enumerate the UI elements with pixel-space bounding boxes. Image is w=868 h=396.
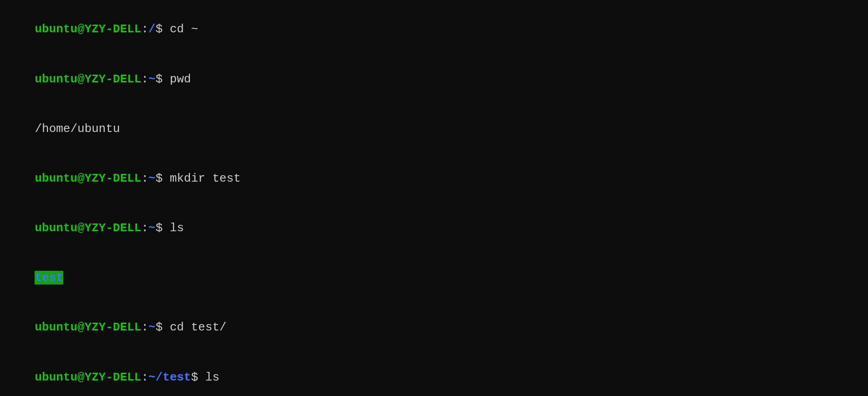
command-text: cd test/ xyxy=(162,320,226,334)
directory-entry: test xyxy=(35,271,63,284)
prompt-dollar: $ xyxy=(156,72,163,86)
prompt-path: / xyxy=(148,22,156,36)
command-text: mkdir test xyxy=(162,172,241,185)
terminal-area[interactable]: ubuntu@YZY-DELL:/$ cd ~ ubuntu@YZY-DELL:… xyxy=(6,5,862,396)
prompt-dollar: $ xyxy=(156,221,163,235)
prompt-path: ~ xyxy=(148,320,156,334)
prompt-path: ~/test xyxy=(148,371,191,384)
output-text: /home/ubuntu xyxy=(35,122,120,136)
prompt-colon: : xyxy=(141,72,148,86)
prompt-colon: : xyxy=(141,22,148,36)
prompt-user-host: ubuntu@YZY-DELL xyxy=(35,371,141,384)
terminal-line: ubuntu@YZY-DELL:/$ cd ~ xyxy=(6,5,862,54)
command-text: ls xyxy=(162,221,184,235)
prompt-user-host: ubuntu@YZY-DELL xyxy=(35,221,141,235)
command-text: pwd xyxy=(162,72,191,86)
prompt-path: ~ xyxy=(148,172,156,185)
prompt-dollar: $ xyxy=(156,22,163,36)
command-text: ls xyxy=(198,371,219,384)
prompt-user-host: ubuntu@YZY-DELL xyxy=(35,22,141,36)
terminal-line: ubuntu@YZY-DELL:~$ pwd xyxy=(6,54,862,104)
terminal-line: ubuntu@YZY-DELL:~$ cd test/ xyxy=(6,303,862,352)
prompt-dollar: $ xyxy=(156,172,163,185)
prompt-colon: : xyxy=(141,371,148,384)
terminal-line: ubuntu@YZY-DELL:~$ ls xyxy=(6,203,862,253)
terminal-output-line: test xyxy=(6,253,862,303)
prompt-path: ~ xyxy=(148,72,156,86)
prompt-colon: : xyxy=(141,172,148,185)
prompt-user-host: ubuntu@YZY-DELL xyxy=(35,320,141,334)
prompt-user-host: ubuntu@YZY-DELL xyxy=(35,172,141,185)
prompt-colon: : xyxy=(141,320,148,334)
prompt-path: ~ xyxy=(148,221,156,235)
prompt-dollar: $ xyxy=(191,371,198,384)
command-text: cd ~ xyxy=(162,22,198,36)
terminal-line: ubuntu@YZY-DELL:~$ mkdir test xyxy=(6,154,862,203)
prompt-colon: : xyxy=(141,221,148,235)
terminal-line: ubuntu@YZY-DELL:~/test$ ls xyxy=(6,352,862,396)
terminal-output-line: /home/ubuntu xyxy=(6,104,862,153)
prompt-user-host: ubuntu@YZY-DELL xyxy=(35,72,141,86)
prompt-dollar: $ xyxy=(156,320,163,334)
